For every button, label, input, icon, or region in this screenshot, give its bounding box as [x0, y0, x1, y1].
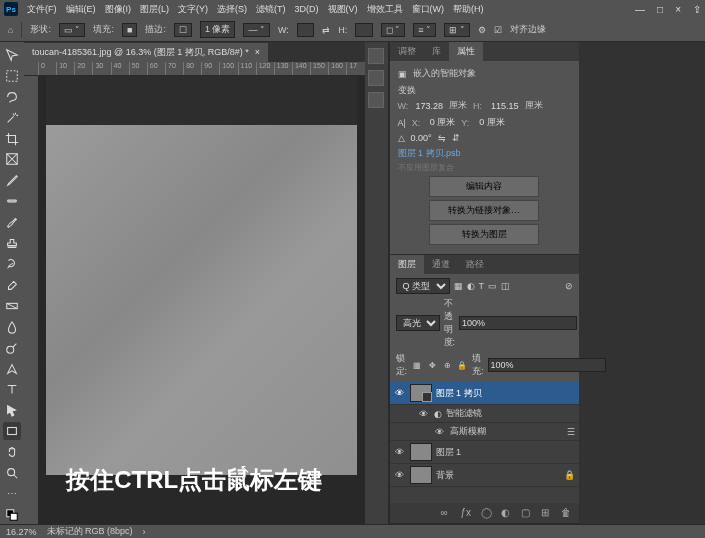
menu-window[interactable]: 窗口(W) — [412, 3, 445, 16]
home-icon[interactable]: ⌂ — [8, 25, 13, 35]
layer-row[interactable]: 👁 ◐ 智能滤镜 — [390, 405, 579, 423]
maximize-button[interactable]: □ — [657, 4, 663, 15]
share-button[interactable]: ⇪ — [693, 4, 701, 15]
layer-filter[interactable]: Q 类型 — [396, 278, 450, 294]
canvas[interactable] — [38, 76, 365, 524]
layer-row[interactable]: 👁 图层 1 拷贝 — [390, 382, 579, 405]
lock-all-icon[interactable]: 🔒 — [456, 359, 468, 371]
tab-paths[interactable]: 路径 — [458, 255, 492, 274]
link-wh-icon[interactable]: ⇄ — [322, 25, 330, 35]
blur-tool[interactable] — [3, 318, 21, 336]
tab-close-icon[interactable]: × — [255, 47, 260, 57]
tab-properties[interactable]: 属性 — [449, 42, 483, 61]
layer-row[interactable]: 👁 图层 1 — [390, 441, 579, 464]
stamp-tool[interactable] — [3, 234, 21, 252]
menu-filter[interactable]: 滤镜(T) — [256, 3, 286, 16]
move-tool[interactable] — [3, 46, 21, 64]
delete-icon[interactable]: 🗑 — [561, 507, 573, 519]
zoom-tool[interactable] — [3, 464, 21, 482]
menu-plugins[interactable]: 增效工具 — [367, 3, 403, 16]
history-panel-icon[interactable] — [368, 92, 384, 108]
arrange[interactable]: ⊞ ˅ — [444, 23, 470, 37]
menu-3d[interactable]: 3D(D) — [295, 4, 319, 14]
angle-value[interactable]: 0.00° — [411, 133, 432, 143]
group-icon[interactable]: ▢ — [521, 507, 533, 519]
align-icon[interactable]: A| — [398, 118, 406, 128]
layer-thumb[interactable] — [410, 443, 432, 461]
mask-icon[interactable]: ◯ — [481, 507, 493, 519]
history-brush-tool[interactable] — [3, 255, 21, 273]
align[interactable]: ≡ ˅ — [413, 23, 436, 37]
stroke-swatch[interactable]: ☐ — [174, 23, 192, 37]
tab-library[interactable]: 库 — [424, 42, 449, 61]
collapse-icon[interactable]: ◐ — [434, 409, 442, 419]
minimize-button[interactable]: — — [635, 4, 645, 15]
menu-edit[interactable]: 编辑(E) — [66, 3, 96, 16]
visibility-icon[interactable]: 👁 — [394, 447, 406, 457]
color-panel-icon[interactable] — [368, 48, 384, 64]
lock-pixels-icon[interactable]: ▦ — [411, 359, 423, 371]
layer-name[interactable]: 图层 1 拷贝 — [436, 387, 482, 400]
menu-file[interactable]: 文件(F) — [27, 3, 57, 16]
tab-layers[interactable]: 图层 — [390, 255, 424, 274]
stroke-style[interactable]: — ˅ — [243, 23, 270, 37]
crop-tool[interactable] — [3, 130, 21, 148]
tab-adjust[interactable]: 调整 — [390, 42, 424, 61]
filter-smart-icon[interactable]: ◫ — [501, 281, 510, 291]
flip-h-icon[interactable]: ⇋ — [438, 133, 446, 143]
y-value[interactable]: 0 厘米 — [479, 116, 505, 129]
new-layer-icon[interactable]: ⊞ — [541, 507, 553, 519]
path-ops[interactable]: ◻ ˅ — [381, 23, 406, 37]
wand-tool[interactable] — [3, 109, 21, 127]
gradient-tool[interactable] — [3, 297, 21, 315]
opacity-input[interactable] — [459, 316, 577, 330]
layer-thumb[interactable] — [410, 384, 432, 402]
layer-name[interactable]: 图层 1 — [436, 446, 462, 459]
path-select-tool[interactable] — [3, 401, 21, 419]
frame-tool[interactable] — [3, 151, 21, 169]
visibility-icon[interactable]: 👁 — [394, 470, 406, 480]
filter-text-icon[interactable]: T — [479, 281, 485, 291]
heal-tool[interactable] — [3, 192, 21, 210]
info-chevron-icon[interactable]: › — [143, 527, 146, 537]
rectangle-tool[interactable] — [3, 422, 21, 440]
convert-linked-button[interactable]: 转换为链接对象… — [429, 200, 539, 221]
filter-adjust-icon[interactable]: ◐ — [467, 281, 475, 291]
lock-artboard-icon[interactable]: ⊕ — [441, 359, 453, 371]
fx-icon[interactable]: ƒx — [461, 507, 473, 519]
gear-icon[interactable]: ⚙ — [478, 25, 486, 35]
edit-toolbar[interactable]: ⋯ — [3, 485, 21, 503]
pen-tool[interactable] — [3, 360, 21, 378]
lasso-tool[interactable] — [3, 88, 21, 106]
eraser-tool[interactable] — [3, 276, 21, 294]
fill-swatch[interactable]: ■ — [122, 23, 137, 37]
close-button[interactable]: × — [675, 4, 681, 15]
ruler-horizontal[interactable]: 0102030405060708090100110120130140150160… — [24, 62, 365, 76]
w-value[interactable]: 173.28 — [416, 101, 444, 111]
text-tool[interactable] — [3, 381, 21, 399]
menu-layer[interactable]: 图层(L) — [140, 3, 169, 16]
h-input[interactable] — [355, 23, 373, 37]
shape-select[interactable]: ▭ ˅ — [59, 23, 86, 37]
stroke-width[interactable]: 1 像素 — [200, 21, 236, 38]
layer-thumb[interactable] — [410, 466, 432, 484]
fill-input[interactable] — [488, 358, 606, 372]
menu-image[interactable]: 图像(I) — [105, 3, 132, 16]
menu-help[interactable]: 帮助(H) — [453, 3, 484, 16]
brush-tool[interactable] — [3, 213, 21, 231]
layer-name[interactable]: 高斯模糊 — [450, 425, 486, 438]
dodge-tool[interactable] — [3, 339, 21, 357]
blend-mode[interactable]: 高光 — [396, 315, 440, 331]
menu-view[interactable]: 视图(V) — [328, 3, 358, 16]
convert-layer-button[interactable]: 转换为图层 — [429, 224, 539, 245]
align-edges-label[interactable]: 对齐边缘 — [510, 23, 546, 36]
w-input[interactable] — [297, 23, 315, 37]
lock-position-icon[interactable]: ✥ — [426, 359, 438, 371]
zoom-level[interactable]: 16.27% — [6, 527, 37, 537]
x-value[interactable]: 0 厘米 — [430, 116, 456, 129]
visibility-icon[interactable]: 👁 — [434, 427, 446, 437]
filter-pixel-icon[interactable]: ▦ — [454, 281, 463, 291]
doc-info[interactable]: 未标记的 RGB (8bpc) — [47, 525, 133, 538]
filter-settings-icon[interactable]: ☰ — [567, 427, 575, 437]
filter-shape-icon[interactable]: ▭ — [488, 281, 497, 291]
